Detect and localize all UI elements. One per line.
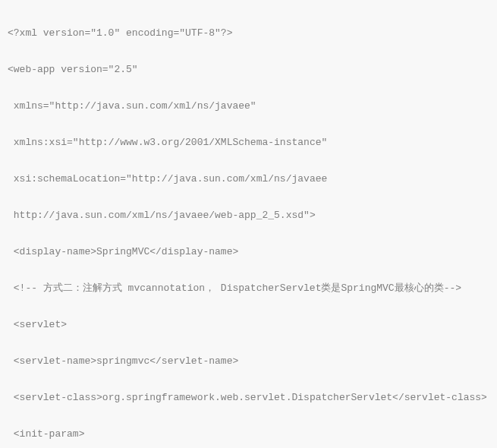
code-line: xmlns:xsi="http://www.w3.org/2001/XMLSch… [8, 134, 489, 152]
code-line: <!-- 方式二：注解方式 mvcannotation， DispatcherS… [8, 279, 489, 298]
code-line: <init-param> [8, 425, 489, 443]
code-line: xsi:schemaLocation="http://java.sun.com/… [8, 170, 489, 188]
code-line: <servlet-name>springmvc</servlet-name> [8, 352, 489, 371]
code-line: <web-app version="2.5" [8, 61, 489, 79]
code-line: <servlet> [8, 316, 489, 334]
code-line: <?xml version="1.0" encoding="UTF-8"?> [8, 24, 489, 43]
code-line: <display-name>SpringMVC</display-name> [8, 243, 489, 261]
code-line: <servlet-class>org.springframework.web.s… [8, 389, 489, 407]
code-line: xmlns="http://java.sun.com/xml/ns/javaee… [8, 97, 489, 115]
code-line: http://java.sun.com/xml/ns/javaee/web-ap… [8, 207, 489, 225]
code-block: <?xml version="1.0" encoding="UTF-8"?> <… [0, 0, 497, 448]
